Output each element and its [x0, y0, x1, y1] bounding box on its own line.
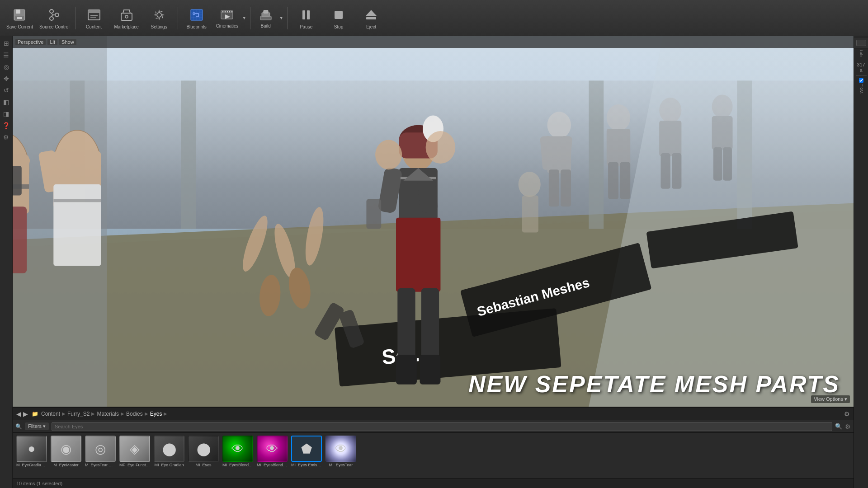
svg-marker-36 [366, 10, 377, 16]
item-name-5: MI_Eyes [195, 463, 211, 467]
thumbnail-icon-9: 👁 [326, 436, 355, 461]
svg-point-25 [225, 11, 226, 12]
content-browser-item-0[interactable]: ● M_EyeGradian Master [16, 436, 47, 467]
rs-search-input[interactable] [856, 40, 866, 46]
svg-rect-3 [17, 17, 22, 19]
breadcrumb-settings-icon[interactable]: ⚙ [844, 410, 850, 418]
svg-rect-33 [302, 10, 305, 19]
sidebar-icon-1[interactable]: ☰ [1, 50, 12, 61]
cinematics-button-group: Cinematics ▼ [213, 3, 247, 33]
search-icon[interactable]: 🔍 [835, 423, 842, 430]
perspective-button[interactable]: Perspective [15, 39, 46, 45]
svg-rect-30 [260, 16, 271, 20]
rs-divider [856, 59, 867, 59]
thumbnail-icon-3: ◈ [120, 436, 149, 461]
sidebar-expand-icon[interactable]: ⊞ [1, 38, 12, 49]
stop-button[interactable]: Stop [323, 3, 354, 33]
breadcrumb-nav-forward[interactable]: ▶ [23, 410, 28, 418]
thumbnail-icon-2: ◎ [86, 436, 115, 461]
settings-button[interactable]: Settings [143, 3, 175, 33]
sidebar-icon-3[interactable]: ✥ [1, 73, 12, 84]
blueprints-button[interactable]: Blueprints [181, 3, 212, 33]
rs-divider-2 [856, 75, 867, 76]
source-control-icon [46, 7, 62, 23]
content-icon [86, 7, 102, 23]
build-dropdown-arrow[interactable]: ▼ [278, 3, 284, 33]
stop-icon [330, 7, 347, 23]
content-browser-controls: 🔍 Filters ▾ 🔍 ⚙ [13, 420, 854, 433]
pause-icon [298, 7, 314, 23]
thumbnail-icon-5: ⬤ [189, 436, 218, 461]
breadcrumb-eyes[interactable]: Eyes [150, 411, 162, 417]
item-name-7: MI_EyesBlend Color2 [257, 463, 288, 467]
sidebar-icon-5[interactable]: ◧ [1, 97, 12, 108]
breadcrumb-sep-4: ▶ [145, 411, 148, 416]
item-name-4: MI_Eye Gradian [154, 463, 184, 467]
thumbnail-3: ◈ [119, 436, 150, 462]
cinematics-icon [220, 8, 234, 22]
cinematics-dropdown-arrow[interactable]: ▼ [241, 3, 247, 33]
breadcrumb-nav-back[interactable]: ◀ [16, 410, 21, 418]
item-name-6: MI_EyesBlend Color1 [222, 463, 253, 467]
content-browser-item-1[interactable]: ◉ M_EyeMaster [51, 436, 81, 467]
breadcrumb-folder-icon: 📁 [32, 411, 38, 417]
content-browser-item-6[interactable]: 👁 MI_EyesBlend Color1 [222, 436, 253, 467]
content-browser-item-2[interactable]: ◎ M_EyesTear Master [85, 436, 116, 467]
svg-point-26 [227, 11, 228, 12]
pause-button[interactable]: Pause [290, 3, 322, 33]
svg-point-24 [222, 11, 224, 12]
thumbnail-6: 👁 [222, 436, 253, 462]
svg-point-4 [50, 9, 53, 13]
breadcrumb-content[interactable]: Content [41, 411, 60, 417]
build-icon [259, 8, 273, 22]
rs-checkbox-input[interactable] [859, 78, 863, 83]
content-browser-item-7[interactable]: 👁 MI_EyesBlend Color2 [257, 436, 288, 467]
content-button[interactable]: Content [78, 3, 110, 33]
rs-world-checkbox[interactable] [858, 77, 865, 84]
sidebar-icon-8[interactable]: ⚙ [1, 132, 12, 143]
search-toggle-icon[interactable]: 🔍 [15, 423, 22, 430]
viewport[interactable]: Ser... Sebastian Meshes [13, 36, 854, 407]
breadcrumb-bodies[interactable]: Bodies [126, 411, 143, 417]
content-browser-item-4[interactable]: ⬤ MI_Eye Gradian [154, 436, 184, 467]
content-browser-item-9[interactable]: 👁 MI_EyesTear [326, 436, 356, 467]
toolbar-separator-4 [287, 7, 288, 29]
scene-overlay [13, 36, 854, 407]
sidebar-icon-6[interactable]: ◨ [1, 108, 12, 119]
breadcrumb-furry[interactable]: Furry_S2 [67, 411, 90, 417]
sidebar-icon-4[interactable]: ↺ [1, 85, 12, 96]
thumbnail-7: 👁 [257, 436, 288, 462]
items-count: 10 items (1 selected) [16, 481, 62, 486]
content-browser-item-8[interactable]: ⬟ MI_Eyes EmissiveBoost [291, 436, 322, 467]
thumbnail-icon-4: ⬤ [155, 436, 184, 461]
rs-wo-label: Wo... [859, 84, 863, 94]
cb-settings-icon[interactable]: ⚙ [845, 423, 851, 430]
content-browser: ◀ ▶ 📁 Content ▶ Furry_S2 ▶ Materials ▶ B… [13, 407, 854, 488]
svg-rect-8 [88, 10, 100, 13]
svg-point-28 [231, 11, 233, 12]
source-control-button[interactable]: Source Control [37, 3, 72, 33]
filters-button[interactable]: Filters ▾ [25, 422, 49, 430]
content-browser-item-5[interactable]: ⬤ MI_Eyes [188, 436, 219, 467]
lit-button[interactable]: Lit [47, 39, 57, 45]
cinematics-button[interactable]: Cinematics [213, 3, 241, 33]
breadcrumb-sep-1: ▶ [62, 411, 66, 416]
sidebar-icon-7[interactable]: ❓ [1, 120, 12, 131]
right-sidebar-search [854, 38, 868, 48]
marketplace-button[interactable]: Marketplace [111, 3, 142, 33]
build-button[interactable]: Build [253, 3, 278, 33]
thumbnail-icon-0: ● [17, 436, 46, 461]
breadcrumb-materials[interactable]: Materials [97, 411, 119, 417]
left-sidebar: ⊞ ☰ ◎ ✥ ↺ ◧ ◨ ❓ ⚙ [0, 36, 13, 488]
svg-point-5 [50, 17, 53, 20]
eject-button[interactable]: Eject [355, 3, 387, 33]
right-sidebar: Lab 317 a Wo... [854, 36, 868, 488]
search-eyes-input[interactable] [52, 422, 832, 431]
save-current-button[interactable]: Save Current [4, 3, 36, 33]
show-button[interactable]: Show [59, 39, 76, 45]
svg-point-6 [55, 13, 59, 17]
marketplace-icon [118, 7, 135, 23]
sidebar-icon-2[interactable]: ◎ [1, 61, 12, 72]
content-browser-item-3[interactable]: ◈ MF_Eye Function [119, 436, 150, 467]
svg-point-12 [125, 15, 128, 18]
